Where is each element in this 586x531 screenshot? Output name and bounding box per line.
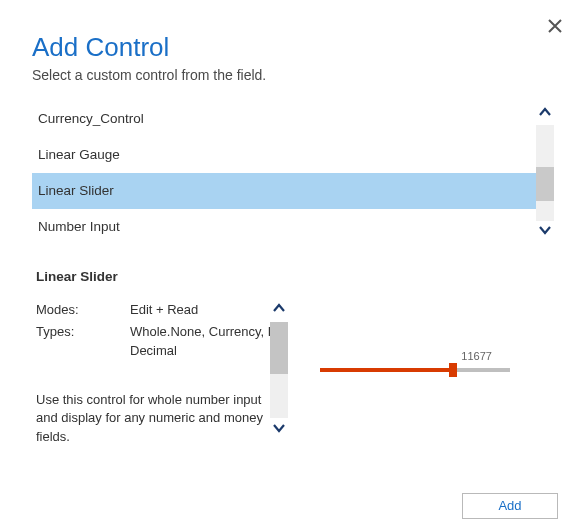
chevron-up-icon[interactable] (272, 303, 286, 317)
slider-handle[interactable] (449, 363, 457, 377)
details-scrollbar[interactable] (270, 300, 288, 440)
chevron-down-icon[interactable] (272, 423, 286, 437)
close-button[interactable] (548, 18, 562, 36)
linear-slider-preview[interactable]: 11677 (296, 368, 554, 372)
scroll-thumb[interactable] (270, 322, 288, 374)
dialog-title: Add Control (32, 32, 554, 63)
modes-label: Modes: (36, 300, 130, 320)
chevron-down-icon[interactable] (538, 225, 552, 239)
list-item[interactable]: Linear Gauge (32, 137, 536, 173)
close-icon (548, 17, 562, 37)
types-value: Whole.None, Currency, FP, Decimal (130, 322, 288, 361)
slider-track[interactable] (320, 368, 510, 372)
scroll-thumb[interactable] (536, 167, 554, 201)
list-item[interactable]: Linear Slider (32, 173, 536, 209)
list-item[interactable]: Number Input (32, 209, 536, 245)
modes-value: Edit + Read (130, 300, 288, 320)
list-item[interactable]: Currency_Control (32, 101, 536, 137)
types-label: Types: (36, 322, 130, 361)
description-text: Use this control for whole number input … (36, 391, 288, 448)
control-preview: 11677 (288, 300, 554, 447)
control-list: Currency_Control Linear Gauge Linear Sli… (32, 101, 536, 245)
slider-fill (320, 368, 453, 372)
details-title: Linear Slider (36, 269, 554, 284)
dialog-subtitle: Select a custom control from the field. (32, 67, 554, 83)
add-button[interactable]: Add (462, 493, 558, 519)
slider-value-label: 11677 (461, 350, 492, 362)
chevron-up-icon[interactable] (538, 107, 552, 121)
list-scrollbar[interactable] (536, 101, 554, 245)
